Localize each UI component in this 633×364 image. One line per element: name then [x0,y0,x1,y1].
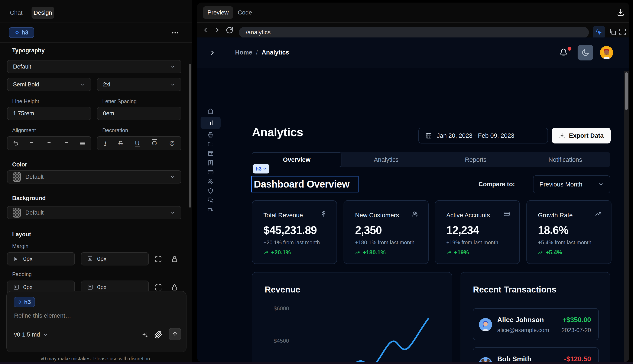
tab-notifications[interactable]: Notifications [520,152,610,167]
overline-icon[interactable]: O [152,140,157,147]
padding-lock-icon[interactable] [171,284,178,291]
url-bar[interactable]: /analytics [239,27,589,38]
color-value: Default [25,174,44,180]
no-decoration-icon[interactable]: ∅ [169,140,175,147]
refine-composer: h3 Refine this element… v0-1.5-md [7,291,186,352]
tab-preview[interactable]: Preview [203,6,233,19]
align-center-icon[interactable] [46,140,52,146]
strikethrough-icon[interactable]: S [118,140,123,147]
chevron-down-icon [598,181,604,187]
stat-card-growth-rate[interactable]: Growth Rate 18.6% +5.4% from last month … [526,200,611,264]
breadcrumb-current: Analytics [262,49,289,56]
element-tag-badge[interactable]: h3 [253,164,269,174]
theme-toggle-button[interactable] [578,45,593,60]
back-icon[interactable] [202,26,209,34]
selected-element-chip[interactable]: h3 [9,27,34,38]
avatar [479,318,492,331]
preview-panel: Preview Code /analytics Home / Analytics [197,2,629,362]
avatar [479,357,492,362]
v0-app-window: Chat Design h3 Typography Default Semi B… [0,0,633,364]
align-right-icon[interactable] [63,140,69,146]
download-icon [559,132,565,139]
align-left-icon[interactable] [30,140,35,146]
tab-chat[interactable]: Chat [6,7,27,19]
alignment-group [7,136,91,150]
margin-x-value: 0px [23,256,33,262]
stat-trend: +20.1% [263,249,291,256]
selected-heading-outline[interactable]: Dashboard Overview [251,176,358,192]
tab-reports[interactable]: Reports [431,152,520,167]
font-select[interactable]: Default [7,60,181,73]
model-select[interactable]: v0-1.5-md [14,332,48,338]
transaction-row[interactable]: Alice Johnson alice@example.com +$350.00… [473,308,599,340]
line-height-input[interactable]: 1.75rem [7,107,91,120]
stat-card-new-customers[interactable]: New Customers 2,350 +180.1% from last mo… [344,200,429,264]
export-data-button[interactable]: Export Data [552,128,611,144]
letter-spacing-input[interactable]: 0em [97,107,181,120]
notification-dot [568,47,571,51]
chevron-down-icon [80,82,85,87]
background-select[interactable]: Default [7,206,181,219]
fullscreen-icon[interactable] [619,28,626,36]
padding-label: Padding [12,271,32,277]
stat-card-total-revenue[interactable]: Total Revenue $45,231.89 +20.1% from las… [252,200,337,264]
composer-element-chip[interactable]: h3 [14,297,35,307]
submit-button[interactable] [169,328,181,340]
left-panel-scrollbar[interactable] [189,64,191,208]
undo-icon[interactable] [13,140,19,146]
refresh-icon[interactable] [226,26,233,34]
sidebar-item-home[interactable] [200,105,221,118]
dollar-icon [320,210,327,217]
preview-scrollbar-thumb[interactable] [625,72,628,110]
margin-y-input[interactable]: 0px [81,252,149,266]
tx-name: Alice Johnson [497,316,544,324]
element-menu-button[interactable] [171,28,179,37]
copy-icon[interactable] [609,28,616,36]
tab-reports-label: Reports [465,156,487,163]
font-weight-select[interactable]: Semi Bold [7,78,91,91]
model-select-value: v0-1.5-md [14,332,40,338]
margin-expand-icon[interactable] [155,256,162,263]
background-section-title: Background [12,195,46,202]
sidebar-toggle-icon[interactable] [209,50,216,56]
font-size-select[interactable]: 2xl [97,78,181,91]
breadcrumb-home[interactable]: Home [235,49,252,56]
bell-icon[interactable] [559,48,568,57]
download-icon[interactable] [616,8,625,16]
line-height-value: 1.75rem [13,110,34,117]
color-section-title: Color [12,161,27,168]
underline-icon[interactable]: U [135,140,140,147]
align-justify-icon[interactable] [80,140,85,146]
revenue-chart-card: Revenue $6000 $4500 $3000 [252,272,452,362]
color-select[interactable]: Default [7,170,181,184]
preview-scrollbar[interactable] [624,71,629,362]
sidebar-item-video[interactable] [200,204,221,216]
margin-lock-icon[interactable] [171,256,178,263]
date-range-button[interactable]: Jan 20, 2023 - Feb 09, 2023 [418,128,548,144]
selected-element-label: h3 [22,30,28,36]
sidebar-item-analytics[interactable] [200,117,221,129]
tab-analytics[interactable]: Analytics [341,152,431,167]
stat-card-active-accounts[interactable]: Active Accounts 12,234 +19% from last mo… [435,200,520,264]
dashboard-header: Home / Analytics [197,38,629,68]
compare-select[interactable]: Previous Month [533,176,610,193]
transactions-card: Recent Transactions Alice Johnson alice@… [461,272,610,362]
sparkles-icon[interactable] [141,332,148,339]
italic-icon[interactable]: I [104,140,106,147]
stat-trend-value: +180.1% [363,249,385,256]
attachment-icon[interactable] [154,330,162,339]
refine-input[interactable]: Refine this element… [14,312,71,319]
export-data-label: Export Data [569,132,604,139]
margin-x-input[interactable]: 0px [7,252,75,266]
trend-arrow-icon [538,250,543,256]
tx-amount: +$350.00 [562,316,591,324]
transaction-row[interactable]: Bob Smith bob@example.com -$120.50 2023-… [473,348,599,362]
tab-design[interactable]: Design [32,7,54,19]
user-avatar[interactable] [600,46,613,59]
padding-expand-icon[interactable] [155,284,162,291]
tx-amount: -$120.50 [564,355,591,362]
cursor-select-button[interactable] [593,26,605,38]
tab-code[interactable]: Code [235,6,255,19]
forward-icon[interactable] [214,26,221,34]
chevron-down-icon [43,332,48,338]
